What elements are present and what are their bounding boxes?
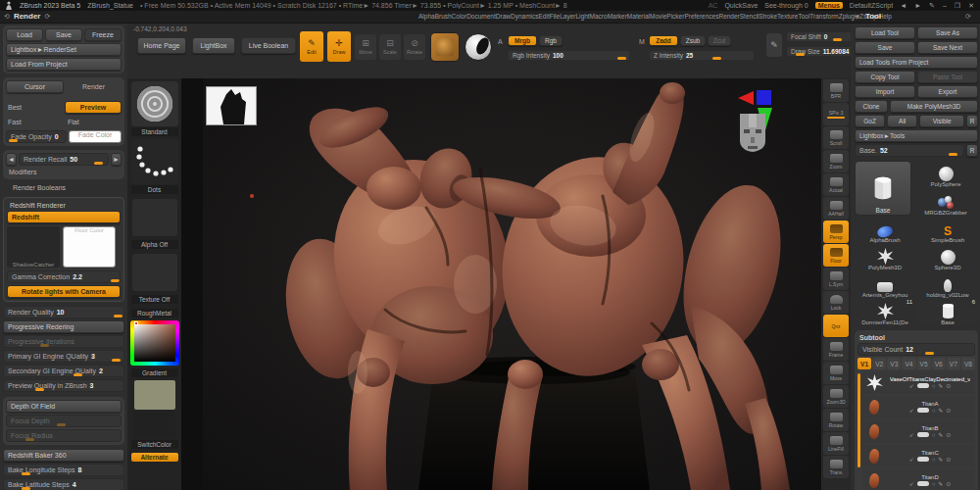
toggle-pill[interactable]	[917, 457, 929, 462]
toggle-pill[interactable]	[917, 432, 929, 437]
rightshelf-frame[interactable]: Frame	[823, 338, 849, 361]
menu-color[interactable]: Color	[452, 13, 467, 20]
check-icon[interactable]: ✓	[909, 480, 914, 487]
draw-button[interactable]: ✛ Draw	[327, 31, 351, 62]
eye-icon[interactable]: ⊙	[946, 480, 951, 487]
primary-gi-slider[interactable]: Primary GI Engine QUality3	[3, 350, 124, 363]
check-icon[interactable]: ✓	[909, 431, 914, 438]
circle-icon[interactable]: ○	[932, 408, 936, 414]
tool-item-polysphere[interactable]: PolySphere	[913, 161, 978, 187]
check-icon[interactable]: ✓	[909, 407, 914, 414]
goz-button[interactable]: GoZ	[855, 115, 885, 127]
default-zscript-button[interactable]: DefaultZScript	[850, 2, 893, 9]
load-tool-button[interactable]: Load Tool	[855, 26, 915, 39]
pencil-icon[interactable]: ✎	[938, 382, 943, 389]
rightshelf-persp[interactable]: Persp	[823, 220, 849, 243]
load-from-project-button[interactable]: Load From Project	[6, 58, 122, 71]
fade-opacity-slider[interactable]: Fade Opacity0	[6, 130, 67, 143]
rightshelf-qnz[interactable]: Qnz	[823, 315, 849, 337]
menu-draw[interactable]: Draw	[496, 13, 511, 20]
tab-v6[interactable]: V6	[932, 358, 946, 369]
rightshelf-zoom[interactable]: Zoom	[823, 150, 849, 172]
menu-brush[interactable]: Brush	[435, 13, 452, 20]
switch-color-button[interactable]: SwitchColor	[131, 440, 178, 449]
goz-r-button[interactable]: R	[966, 115, 978, 127]
tool-item-mrgbzgrabber[interactable]: MRGBZGrabber	[913, 189, 978, 216]
fade-color-swatch[interactable]: Fade Color	[69, 130, 122, 143]
current-brush-thumb[interactable]	[131, 81, 178, 126]
brush-history-icon[interactable]: ✎	[929, 2, 936, 10]
alpha-label[interactable]: Alpha Off	[131, 240, 178, 249]
menus-button[interactable]: Menus	[815, 2, 843, 9]
zcut-button[interactable]: Zcut	[708, 35, 731, 46]
current-tool-thumb[interactable]: Base	[855, 161, 911, 216]
menu-marker[interactable]: Marker	[608, 13, 627, 20]
tool-inventory-slider[interactable]: Base.52	[855, 144, 964, 157]
circle-icon[interactable]: ○	[932, 383, 936, 389]
render-booleans-section[interactable]: Render Booleans	[3, 183, 124, 194]
menu-dynamics[interactable]: Dynamics	[511, 13, 539, 20]
camera-gizmo[interactable]	[736, 86, 799, 157]
menu-material[interactable]: Material	[627, 13, 650, 20]
restore-button[interactable]: ❐	[955, 2, 961, 10]
subtool-row-titanc[interactable]: TitanC ✓ ○ ✎ ⊙	[862, 445, 975, 467]
eye-icon[interactable]: ⊙	[946, 431, 951, 438]
quicksave-button[interactable]: QuickSave	[724, 2, 758, 9]
recall-next-icon[interactable]: ►	[111, 153, 122, 166]
rgb-intensity-slider[interactable]: Rgb Intensity100	[508, 50, 630, 61]
pencil-icon[interactable]: ✎	[938, 431, 943, 438]
pencil-icon[interactable]: ✎	[938, 407, 943, 414]
fast-button[interactable]: Fast	[6, 116, 62, 128]
flat-button[interactable]: Flat	[64, 116, 122, 128]
gamma-correction-slider[interactable]: Gamma Correction2.2	[7, 270, 121, 283]
move-button[interactable]: ⊞ Move	[355, 34, 376, 60]
minimize-button[interactable]: –	[943, 2, 948, 9]
redshift-renderer-title[interactable]: Redshift Renderer	[7, 201, 121, 211]
subtool-row-vase[interactable]: VaseOfTitansClayDecimated_v ✓ ○ ✎ ⊙	[862, 371, 975, 394]
tool-item-sphere3d[interactable]: Sphere3D	[917, 244, 978, 270]
main-color-swatch[interactable]	[134, 380, 175, 410]
close-button[interactable]: ✕	[968, 2, 975, 10]
render-recall-slider[interactable]: Render Recall50	[19, 153, 109, 166]
rightshelf-rotate[interactable]: Rotate	[823, 409, 849, 431]
circle-icon[interactable]: ○	[932, 481, 936, 487]
eye-icon[interactable]: ⊙	[946, 456, 951, 463]
preview-button[interactable]: Preview	[65, 101, 122, 114]
make-polymesh3d-button[interactable]: Make PolyMesh3D	[890, 100, 978, 113]
save-next-button[interactable]: Save Next	[917, 41, 978, 54]
tool-item-artemis[interactable]: Artemis_Greyhou	[855, 271, 915, 298]
subtool-row-titanb[interactable]: TitanB ✓ ○ ✎ ⊙	[862, 420, 975, 443]
see-through-slider[interactable]: See-through 0	[764, 2, 808, 9]
material-sphere[interactable]	[465, 33, 492, 61]
clone-button[interactable]: Clone	[855, 100, 888, 113]
tab-cursor[interactable]: Cursor	[6, 80, 64, 93]
save-as-button[interactable]: Save As	[917, 26, 978, 39]
progressive-rendering-button[interactable]: Progressive Redering	[3, 320, 124, 333]
lightbox-tools-button[interactable]: Lightbox►Tools	[855, 129, 978, 142]
menu-light[interactable]: Light	[575, 13, 589, 20]
history-forward-icon[interactable]: ►	[914, 2, 922, 9]
toggle-pill[interactable]	[917, 481, 929, 486]
tool-r-button[interactable]: R	[966, 144, 978, 157]
subtool-scrollbar[interactable]	[858, 373, 860, 467]
visible-count-slider[interactable]: Visible Count12	[858, 343, 975, 356]
goz-visible-button[interactable]: Visible	[919, 115, 964, 127]
rightshelf-aahalf[interactable]: AAHalf	[823, 197, 849, 220]
menu-preferences[interactable]: Preferences	[684, 13, 718, 20]
z-intensity-slider[interactable]: Z Intensity25	[649, 50, 755, 61]
rgb-button[interactable]: Rgb	[539, 35, 563, 46]
alternate-button[interactable]: Alternate	[131, 453, 178, 462]
tool-item-holding[interactable]: holding_v02Low	[917, 271, 978, 298]
menu-layer[interactable]: Layer	[560, 13, 575, 20]
rightshelf-linefill[interactable]: LineFill	[823, 432, 849, 455]
rightshelf-actual[interactable]: Actual	[823, 173, 849, 196]
gradient-label[interactable]: Gradient	[131, 368, 178, 377]
rightshelf-lock[interactable]: Lock	[823, 291, 849, 314]
import-button[interactable]: Import	[855, 85, 915, 98]
menu-file[interactable]: File	[550, 13, 560, 20]
subtool-row-titand[interactable]: TitanD ✓ ○ ✎ ⊙	[862, 469, 975, 490]
rightshelf-spix[interactable]: SPix 3	[823, 103, 849, 125]
lightbox-button[interactable]: LightBox	[192, 37, 235, 54]
edit-button[interactable]: ✎ Edit	[300, 31, 323, 62]
copy-tool-button[interactable]: Copy Tool	[855, 71, 915, 83]
